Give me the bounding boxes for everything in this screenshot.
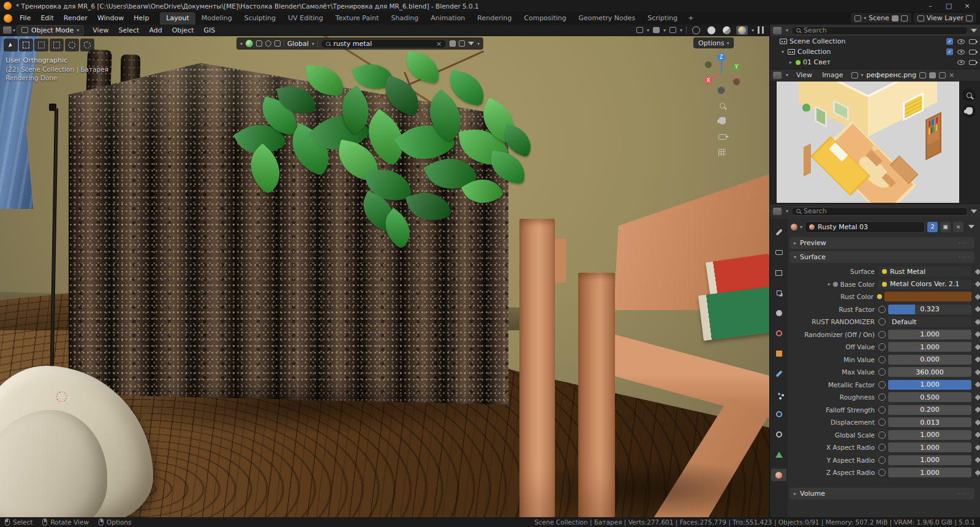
prop-slider[interactable]: 0.323 bbox=[888, 305, 971, 314]
select-tool-button[interactable] bbox=[4, 39, 18, 51]
image-editor-canvas[interactable] bbox=[770, 81, 980, 203]
select-lasso-button[interactable] bbox=[80, 39, 94, 51]
prop-number[interactable]: 0.013 bbox=[888, 417, 971, 427]
socket-toggle[interactable] bbox=[878, 343, 886, 351]
properties-tab-render[interactable] bbox=[771, 246, 786, 259]
select-extend-button[interactable] bbox=[34, 39, 48, 51]
socket-toggle[interactable] bbox=[878, 368, 886, 376]
navigation-gizmo[interactable]: Z Y X bbox=[699, 52, 744, 96]
eye-icon[interactable] bbox=[957, 39, 965, 44]
shading-solid-button[interactable] bbox=[706, 26, 717, 35]
brush-option-icon[interactable] bbox=[265, 40, 271, 47]
new-image-icon[interactable] bbox=[929, 72, 936, 78]
duplicate-material-button[interactable]: ▣ bbox=[940, 222, 951, 232]
shading-wireframe-button[interactable] bbox=[690, 26, 702, 35]
menu-render[interactable]: Render bbox=[59, 13, 92, 23]
outliner-editor-icon[interactable] bbox=[773, 27, 782, 34]
ortho-toggle-button[interactable] bbox=[715, 146, 729, 159]
search-input[interactable]: rusty metal × bbox=[321, 39, 447, 48]
filter-icon[interactable] bbox=[971, 210, 977, 213]
open-image-icon[interactable] bbox=[939, 72, 946, 78]
clear-search-icon[interactable]: × bbox=[436, 40, 442, 48]
expand-arrow-icon[interactable]: ▸ bbox=[828, 281, 831, 287]
unlink-image-icon[interactable]: × bbox=[949, 71, 954, 79]
viewport-menu-object[interactable]: Object bbox=[167, 25, 199, 36]
scene-selector[interactable]: ▾ Scene bbox=[851, 13, 911, 23]
viewport-menu-view[interactable]: View bbox=[88, 25, 113, 36]
keyframe-dot[interactable] bbox=[975, 407, 980, 413]
pan-view-button[interactable] bbox=[715, 114, 729, 127]
keyframe-dot[interactable] bbox=[975, 268, 980, 275]
outliner-row-01-свет[interactable]: ▸01 Свет bbox=[770, 57, 980, 67]
image-pan-button[interactable] bbox=[962, 104, 976, 118]
expand-arrow-icon[interactable]: ▸ bbox=[790, 59, 796, 65]
keyframe-dot[interactable] bbox=[975, 419, 980, 425]
keyframe-dot[interactable] bbox=[975, 306, 980, 313]
outliner-row-collection[interactable]: ▾Collection✓ bbox=[770, 47, 980, 57]
camera-icon[interactable] bbox=[969, 39, 976, 44]
workspace-tab-geometry-nodes[interactable]: Geometry Nodes bbox=[572, 12, 641, 25]
editor-type-icon[interactable] bbox=[3, 26, 12, 34]
x-axis-dot[interactable]: X bbox=[704, 77, 712, 85]
keyframe-dot[interactable] bbox=[975, 457, 980, 463]
keyframe-dot[interactable] bbox=[975, 344, 980, 350]
shading-rendered-button[interactable] bbox=[736, 26, 748, 35]
properties-tab-material[interactable] bbox=[771, 469, 786, 481]
camera-icon[interactable] bbox=[969, 60, 976, 65]
prop-number[interactable]: 1.000 bbox=[888, 342, 971, 352]
socket-toggle[interactable] bbox=[878, 419, 886, 426]
filter-icon[interactable] bbox=[968, 225, 974, 229]
properties-tab-particles[interactable] bbox=[771, 388, 786, 400]
socket-toggle[interactable] bbox=[878, 318, 886, 325]
properties-search-input[interactable]: Search bbox=[791, 207, 968, 216]
properties-tab-scene[interactable] bbox=[771, 307, 786, 319]
image-editor-icon[interactable] bbox=[773, 72, 782, 79]
workspace-tab-shading[interactable]: Shading bbox=[385, 12, 425, 25]
checkbox-icon[interactable]: ✓ bbox=[946, 48, 953, 55]
socket-toggle[interactable] bbox=[878, 457, 886, 464]
workspace-tab-uv-editing[interactable]: UV Editing bbox=[282, 12, 329, 25]
keyframe-dot[interactable] bbox=[975, 294, 980, 300]
bookmark-icon[interactable] bbox=[450, 40, 456, 47]
keyframe-dot[interactable] bbox=[975, 357, 980, 363]
visibility-toggle-icon[interactable] bbox=[636, 27, 643, 33]
socket-toggle[interactable] bbox=[878, 306, 886, 313]
material-sphere-icon[interactable] bbox=[791, 224, 797, 230]
expand-arrow-icon[interactable]: ▾ bbox=[782, 49, 788, 55]
socket-toggle[interactable] bbox=[878, 331, 886, 338]
viewport-menu-add[interactable]: Add bbox=[144, 25, 167, 36]
material-name-field[interactable]: Rusty Metal 03 bbox=[805, 221, 925, 233]
properties-tab-object-data[interactable] bbox=[771, 449, 786, 461]
drag-grip-icon[interactable]: ···· bbox=[959, 254, 970, 260]
keyframe-dot[interactable] bbox=[975, 382, 980, 388]
surface-section-header[interactable]: ▾ Surface ···· bbox=[790, 251, 974, 263]
keyframe-dot[interactable] bbox=[975, 369, 980, 375]
socket-toggle[interactable] bbox=[878, 406, 886, 414]
properties-tab-tool[interactable] bbox=[771, 226, 786, 238]
add-workspace-button[interactable]: + bbox=[684, 13, 698, 23]
x-neg-dot[interactable] bbox=[733, 78, 741, 86]
pause-render-icon[interactable] bbox=[758, 26, 764, 34]
view-layer-selector[interactable]: View Layer bbox=[914, 13, 976, 23]
y-axis-dot[interactable]: Y bbox=[733, 63, 741, 71]
pin-scene-icon[interactable] bbox=[892, 15, 899, 21]
outliner-search-input[interactable]: Search bbox=[791, 26, 968, 35]
orientation-label[interactable]: Global bbox=[287, 40, 309, 48]
minimize-button[interactable]: – bbox=[921, 0, 940, 12]
keyframe-dot[interactable] bbox=[975, 332, 980, 338]
workspace-tab-texture-paint[interactable]: Texture Paint bbox=[330, 12, 385, 25]
workspace-tab-rendering[interactable]: Rendering bbox=[471, 12, 518, 25]
y-neg-dot[interactable] bbox=[704, 61, 712, 69]
pin-image-icon[interactable] bbox=[919, 72, 926, 78]
menu-file[interactable]: File bbox=[15, 13, 36, 23]
chevron-down-icon[interactable]: ▾ bbox=[240, 41, 243, 47]
image-menu-view[interactable]: View bbox=[791, 70, 817, 80]
socket-toggle[interactable] bbox=[878, 393, 886, 401]
list-view-icon[interactable] bbox=[459, 40, 465, 47]
properties-tab-physics[interactable] bbox=[771, 408, 786, 420]
unlink-material-button[interactable]: × bbox=[953, 222, 963, 232]
workspace-tab-compositing[interactable]: Compositing bbox=[518, 12, 573, 25]
brush-option-icon[interactable] bbox=[274, 40, 281, 47]
camera-view-button[interactable] bbox=[715, 130, 729, 143]
workspace-tab-scripting[interactable]: Scripting bbox=[641, 12, 684, 25]
